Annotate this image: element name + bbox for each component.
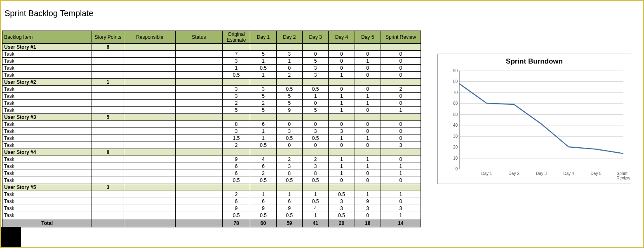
- task-name[interactable]: Task: [2, 198, 92, 205]
- task-d4[interactable]: 3: [329, 198, 355, 205]
- task-name[interactable]: Task: [2, 86, 92, 93]
- task-responsible[interactable]: [124, 72, 176, 79]
- task-status[interactable]: [175, 86, 222, 93]
- task-status[interactable]: [175, 170, 222, 177]
- task-points[interactable]: [92, 58, 124, 65]
- task-name[interactable]: Task: [2, 156, 92, 163]
- task-responsible[interactable]: [124, 135, 176, 142]
- task-responsible[interactable]: [124, 107, 176, 114]
- task-oe[interactable]: 1.5: [222, 135, 250, 142]
- story-d3[interactable]: [302, 114, 328, 121]
- task-responsible[interactable]: [124, 121, 176, 128]
- story-oe[interactable]: [222, 44, 250, 51]
- task-d1[interactable]: 2: [250, 100, 276, 107]
- task-d1[interactable]: 4: [250, 156, 276, 163]
- task-d5[interactable]: 0: [355, 51, 381, 58]
- story-rev[interactable]: [381, 114, 421, 121]
- task-d4[interactable]: 1: [329, 163, 355, 170]
- task-d5[interactable]: 1: [355, 93, 381, 100]
- story-d2[interactable]: [276, 184, 302, 191]
- task-responsible[interactable]: [124, 142, 176, 149]
- story-name[interactable]: User Story #3: [2, 114, 92, 121]
- task-points[interactable]: [92, 72, 124, 79]
- task-d1[interactable]: 6: [250, 163, 276, 170]
- task-d4[interactable]: 1: [329, 100, 355, 107]
- task-status[interactable]: [175, 128, 222, 135]
- task-points[interactable]: [92, 93, 124, 100]
- task-oe[interactable]: 3: [222, 128, 250, 135]
- story-d4[interactable]: [329, 149, 355, 156]
- task-d2[interactable]: 5: [276, 93, 302, 100]
- task-d5[interactable]: 1: [355, 191, 381, 198]
- task-oe[interactable]: 3: [222, 58, 250, 65]
- task-status[interactable]: [175, 156, 222, 163]
- task-rev[interactable]: 1: [381, 170, 421, 177]
- task-name[interactable]: Task: [2, 107, 92, 114]
- task-d1[interactable]: 6: [250, 198, 276, 205]
- task-d5[interactable]: 0: [355, 121, 381, 128]
- task-d5[interactable]: 0: [355, 86, 381, 93]
- story-d1[interactable]: [250, 114, 276, 121]
- task-oe[interactable]: 2: [222, 191, 250, 198]
- story-d3[interactable]: [302, 44, 328, 51]
- task-d2[interactable]: 0: [276, 65, 302, 72]
- task-d3[interactable]: 3: [302, 163, 328, 170]
- task-oe[interactable]: 7: [222, 51, 250, 58]
- task-status[interactable]: [175, 191, 222, 198]
- task-d5[interactable]: 1: [355, 156, 381, 163]
- task-d5[interactable]: 0: [355, 212, 381, 219]
- task-points[interactable]: [92, 142, 124, 149]
- task-d5[interactable]: 0: [355, 177, 381, 184]
- story-d2[interactable]: [276, 79, 302, 86]
- task-d3[interactable]: 3: [302, 72, 328, 79]
- task-oe[interactable]: 9: [222, 205, 250, 212]
- task-status[interactable]: [175, 212, 222, 219]
- task-status[interactable]: [175, 72, 222, 79]
- task-d2[interactable]: 5: [276, 100, 302, 107]
- task-name[interactable]: Task: [2, 163, 92, 170]
- task-d5[interactable]: 9: [355, 198, 381, 205]
- task-rev[interactable]: 0: [381, 58, 421, 65]
- task-d4[interactable]: 1: [329, 156, 355, 163]
- story-name[interactable]: User Story #4: [2, 149, 92, 156]
- task-name[interactable]: Task: [2, 205, 92, 212]
- task-status[interactable]: [175, 163, 222, 170]
- task-rev[interactable]: 3: [381, 142, 421, 149]
- story-d1[interactable]: [250, 149, 276, 156]
- story-d5[interactable]: [355, 149, 381, 156]
- task-points[interactable]: [92, 177, 124, 184]
- task-points[interactable]: [92, 198, 124, 205]
- task-oe[interactable]: 6: [222, 163, 250, 170]
- task-rev[interactable]: 1: [381, 107, 421, 114]
- task-status[interactable]: [175, 107, 222, 114]
- task-d1[interactable]: 3: [250, 86, 276, 93]
- story-d5[interactable]: [355, 44, 381, 51]
- task-d4[interactable]: 1: [329, 107, 355, 114]
- task-d1[interactable]: 1: [250, 191, 276, 198]
- task-d2[interactable]: 2: [276, 72, 302, 79]
- task-rev[interactable]: 0: [381, 51, 421, 58]
- task-responsible[interactable]: [124, 156, 176, 163]
- task-rev[interactable]: 0: [381, 93, 421, 100]
- story-rev[interactable]: [381, 44, 421, 51]
- task-name[interactable]: Task: [2, 142, 92, 149]
- task-d1[interactable]: 5: [250, 107, 276, 114]
- task-points[interactable]: [92, 205, 124, 212]
- story-status[interactable]: [175, 79, 222, 86]
- task-status[interactable]: [175, 65, 222, 72]
- task-d2[interactable]: 9: [276, 107, 302, 114]
- task-status[interactable]: [175, 177, 222, 184]
- task-rev[interactable]: 1: [381, 163, 421, 170]
- task-name[interactable]: Task: [2, 212, 92, 219]
- task-responsible[interactable]: [124, 177, 176, 184]
- task-oe[interactable]: 2: [222, 142, 250, 149]
- task-d2[interactable]: 0: [276, 142, 302, 149]
- task-d4[interactable]: 3: [329, 128, 355, 135]
- task-oe[interactable]: 0.5: [222, 212, 250, 219]
- story-responsible[interactable]: [124, 79, 176, 86]
- story-d1[interactable]: [250, 79, 276, 86]
- task-d5[interactable]: 0: [355, 107, 381, 114]
- task-points[interactable]: [92, 212, 124, 219]
- task-d5[interactable]: 1: [355, 163, 381, 170]
- task-d5[interactable]: 1: [355, 58, 381, 65]
